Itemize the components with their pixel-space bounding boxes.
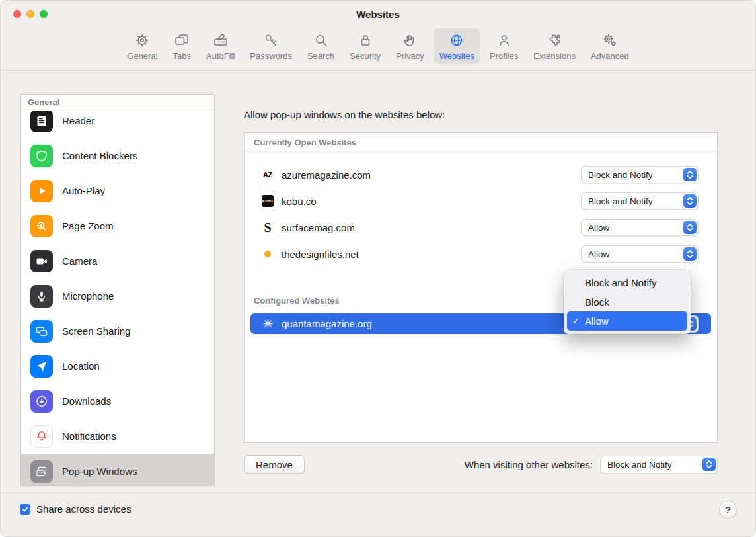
popup-windows-icon: [30, 460, 53, 483]
minimize-window-button[interactable]: [26, 10, 34, 18]
popup-setting-select[interactable]: Allow: [581, 245, 699, 263]
shield-icon: [30, 145, 53, 167]
tab-websites[interactable]: Websites: [434, 28, 480, 64]
sidebar-item-reader[interactable]: Reader: [21, 111, 214, 138]
tab-tabs[interactable]: Tabs: [167, 28, 197, 64]
tab-label: Profiles: [490, 51, 518, 61]
tab-profiles[interactable]: Profiles: [484, 28, 524, 64]
sidebar-item-label: Notifications: [62, 431, 116, 442]
menu-option-block[interactable]: Block: [567, 292, 687, 311]
stepper-icon: [683, 247, 697, 261]
share-checkbox[interactable]: [20, 504, 30, 515]
tab-label: Advanced: [591, 51, 629, 61]
tab-label: Websites: [439, 51, 474, 61]
gear-icon: [134, 31, 150, 50]
site-row-azuremagazine: AZ azuremagazine.com Block and Notify: [245, 161, 717, 188]
sidebar-item-label: Reader: [62, 115, 94, 126]
stepper-icon: [683, 194, 697, 208]
tab-label: Passwords: [250, 51, 292, 61]
close-window-button[interactable]: [13, 10, 21, 18]
sidebar-item-camera[interactable]: Camera: [21, 243, 214, 278]
person-icon: [496, 31, 512, 50]
tab-autofill[interactable]: AutoFill: [200, 28, 241, 64]
sidebar-item-notifications[interactable]: Notifications: [21, 419, 214, 454]
tab-search[interactable]: Search: [301, 28, 340, 64]
sidebar-list: Reader Content Blockers Auto-Play: [21, 111, 214, 485]
sidebar-item-popup-windows[interactable]: Pop-up Windows: [21, 454, 214, 485]
site-name: surfacemag.com: [282, 222, 581, 233]
key-icon: [263, 31, 279, 50]
when-visiting-label: When visiting other websites:: [465, 459, 593, 470]
panel-bottom-bar: Remove When visiting other websites: Blo…: [244, 455, 718, 474]
menu-option-allow[interactable]: ✓ Allow: [567, 311, 687, 331]
tab-privacy[interactable]: Privacy: [390, 28, 430, 64]
footer-divider: [1, 493, 755, 493]
play-icon: [30, 180, 53, 202]
tab-label: Search: [307, 51, 334, 61]
microphone-icon: [30, 285, 53, 308]
sidebar-item-label: Microphone: [62, 290, 114, 302]
magnifier-icon: [313, 31, 329, 50]
gears-icon: [602, 31, 618, 50]
checkmark-icon: ✓: [572, 316, 585, 326]
site-favicon: S: [260, 221, 275, 234]
tab-passwords[interactable]: Passwords: [244, 28, 298, 64]
sidebar-item-label: Auto-Play: [62, 185, 105, 196]
sidebar-item-location[interactable]: Location: [21, 349, 214, 384]
tabs-icon: [174, 31, 190, 50]
sidebar-item-screen-sharing[interactable]: Screen Sharing: [21, 313, 214, 349]
other-websites-group: When visiting other websites: Block and …: [465, 456, 718, 474]
sidebar-item-page-zoom[interactable]: Page Zoom: [21, 208, 214, 243]
puzzle-icon: [547, 31, 562, 50]
tab-label: Extensions: [533, 51, 576, 61]
bell-icon: [30, 425, 53, 448]
safari-settings-window: Websites General Tabs AutoFill Pass: [0, 0, 756, 537]
location-icon: [30, 355, 53, 378]
lock-icon: [358, 31, 373, 50]
titlebar: Websites: [1, 1, 755, 27]
menu-option-block-and-notify[interactable]: Block and Notify: [567, 273, 687, 292]
sidebar-item-microphone[interactable]: Microphone: [21, 278, 214, 313]
configured-websites-header: Configured Websites: [254, 296, 340, 306]
popup-setting-select[interactable]: Block and Notify: [581, 166, 699, 183]
globe-icon: [449, 31, 465, 50]
site-favicon: [260, 319, 275, 329]
share-across-devices-row: Share across devices: [20, 503, 131, 515]
autofill-icon: [213, 31, 229, 50]
tab-advanced[interactable]: Advanced: [585, 28, 635, 64]
current-websites-list: AZ azuremagazine.com Block and Notify KO…: [245, 161, 717, 267]
sidebar-item-label: Content Blockers: [62, 150, 137, 161]
yellow-dot-favicon: [264, 251, 271, 257]
tab-security[interactable]: Security: [344, 28, 387, 64]
sidebar-item-content-blockers[interactable]: Content Blockers: [21, 138, 214, 173]
remove-button[interactable]: Remove: [244, 455, 305, 474]
window-title: Websites: [356, 9, 400, 20]
site-name: thedesignfiles.net: [282, 249, 581, 260]
sidebar-item-label: Screen Sharing: [62, 325, 130, 337]
screen-sharing-icon: [30, 320, 53, 343]
zoom-icon: [30, 215, 53, 237]
sidebar-item-label: Location: [62, 360, 100, 372]
help-button[interactable]: ?: [719, 501, 737, 518]
other-websites-select[interactable]: Block and Notify: [600, 456, 718, 474]
hand-icon: [402, 31, 418, 50]
zoom-window-button[interactable]: [40, 10, 48, 18]
site-row-surfacemag: S surfacemag.com Allow: [245, 214, 717, 241]
sidebar-item-downloads[interactable]: Downloads: [21, 384, 214, 419]
tab-label: Privacy: [396, 51, 424, 61]
site-name: azuremagazine.com: [282, 169, 581, 181]
share-checkbox-label: Share across devices: [36, 503, 131, 515]
traffic-lights: [13, 10, 48, 18]
popup-setting-select[interactable]: Allow: [581, 219, 699, 236]
popup-setting-select[interactable]: Block and Notify: [581, 192, 699, 210]
stepper-icon: [683, 221, 697, 234]
site-favicon: [260, 251, 275, 257]
site-name: kobu.co: [282, 196, 581, 207]
tab-extensions[interactable]: Extensions: [527, 28, 582, 64]
sidebar-item-auto-play[interactable]: Auto-Play: [21, 173, 214, 208]
sidebar-item-label: Camera: [62, 255, 97, 267]
tab-general[interactable]: General: [121, 28, 163, 64]
reader-icon: [30, 111, 53, 132]
tab-label: AutoFill: [206, 51, 235, 61]
tab-label: Tabs: [173, 51, 191, 61]
